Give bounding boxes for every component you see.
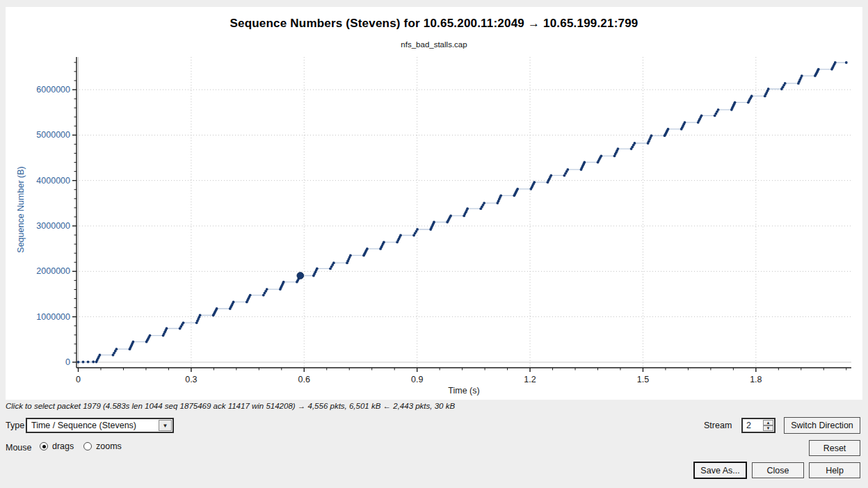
mouse-drags-radio[interactable]: drags — [40, 441, 74, 451]
stream-label: Stream — [704, 421, 732, 430]
svg-text:1000000: 1000000 — [36, 312, 70, 322]
svg-text:1.8: 1.8 — [750, 375, 762, 384]
svg-text:6000000: 6000000 — [36, 85, 70, 95]
graph-type-value: Time / Sequence (Stevens) — [31, 421, 136, 430]
y-axis-title: Sequence Number (B) — [16, 166, 26, 252]
svg-text:0: 0 — [76, 375, 81, 384]
stream-spinbox[interactable]: 2 ▲ ▼ — [741, 418, 775, 433]
type-label: Type — [6, 421, 24, 430]
status-hint: Click to select packet 1979 (4.583s len … — [6, 402, 455, 410]
stream-value: 2 — [746, 421, 751, 430]
spin-down-icon[interactable]: ▼ — [763, 425, 773, 431]
save-as-button[interactable]: Save As... — [693, 462, 747, 479]
mouse-zooms-label: zooms — [96, 441, 122, 451]
radio-selected-icon[interactable] — [40, 442, 48, 450]
svg-text:4000000: 4000000 — [36, 176, 70, 186]
switch-direction-button[interactable]: Switch Direction — [784, 417, 860, 434]
spin-up-icon[interactable]: ▲ — [763, 420, 773, 425]
svg-text:0: 0 — [65, 357, 70, 367]
mouse-zooms-radio[interactable]: zooms — [83, 441, 122, 451]
close-button[interactable]: Close — [752, 462, 804, 478]
svg-text:1.5: 1.5 — [637, 375, 649, 384]
svg-text:0.9: 0.9 — [411, 375, 423, 384]
axes: 00.30.60.91.21.51.8010000002000000300000… — [16, 57, 851, 396]
svg-text:5000000: 5000000 — [36, 130, 70, 140]
reset-button[interactable]: Reset — [809, 440, 860, 456]
tcp-stream-graph[interactable]: 00.30.60.91.21.51.8010000002000000300000… — [6, 7, 862, 400]
mouse-label: Mouse — [6, 443, 32, 453]
svg-text:2000000: 2000000 — [36, 266, 70, 276]
svg-text:3000000: 3000000 — [36, 221, 70, 231]
chevron-down-icon[interactable]: ▼ — [159, 420, 172, 431]
x-axis-title: Time (s) — [448, 386, 479, 396]
svg-text:0.6: 0.6 — [298, 375, 310, 384]
svg-text:0.3: 0.3 — [185, 375, 197, 384]
help-button[interactable]: Help — [809, 462, 860, 478]
svg-text:1.2: 1.2 — [524, 375, 536, 384]
graph-type-dropdown[interactable]: Time / Sequence (Stevens) ▼ — [26, 418, 174, 433]
stream-graph-canvas: Sequence Numbers (Stevens) for 10.65.200… — [6, 7, 862, 400]
sequence-series — [77, 61, 848, 364]
mouse-drags-label: drags — [52, 441, 74, 451]
radio-unselected-icon[interactable] — [83, 442, 92, 450]
selected-packet-marker — [297, 273, 304, 279]
